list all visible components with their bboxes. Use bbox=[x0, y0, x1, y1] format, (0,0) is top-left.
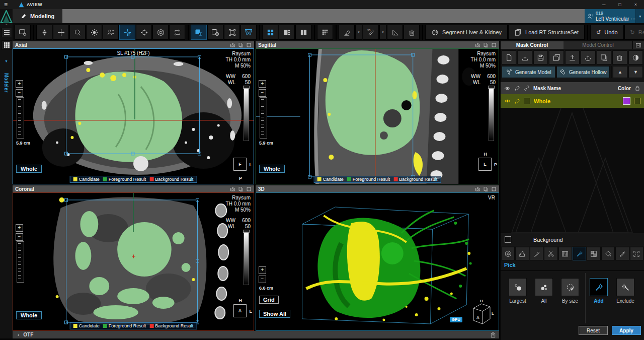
show-all-button[interactable]: Show All bbox=[259, 310, 290, 318]
axial-ct-image[interactable] bbox=[13, 49, 254, 184]
lock-icon[interactable] bbox=[634, 85, 640, 91]
layout-main-left-button[interactable] bbox=[279, 25, 295, 40]
segment-liver-kidney-button[interactable]: Segment Liver & Kidney bbox=[425, 25, 508, 40]
maximize-view-icon[interactable] bbox=[491, 42, 497, 48]
sagittal-ct-image[interactable] bbox=[256, 49, 499, 184]
eraser-options-button[interactable]: ▾ bbox=[355, 25, 362, 40]
pick-all-option[interactable]: All bbox=[533, 278, 555, 304]
coronal-ct-image[interactable] bbox=[13, 193, 254, 330]
windowing-button[interactable] bbox=[86, 25, 102, 40]
hamburger-menu-icon[interactable]: ≡ bbox=[4, 2, 8, 8]
apply-button[interactable]: Apply bbox=[612, 326, 641, 335]
background-row[interactable]: Background bbox=[501, 233, 644, 246]
3d-header[interactable]: 3D bbox=[256, 185, 499, 192]
otf-export-icon[interactable] bbox=[490, 332, 496, 338]
3d-zoom-out-button[interactable]: − bbox=[259, 276, 266, 283]
redo-button[interactable]: ↻ Redo bbox=[624, 25, 644, 40]
generate-hollow-button[interactable]: Generate Hollow bbox=[556, 66, 610, 78]
export-mask-button[interactable] bbox=[565, 50, 580, 64]
render-settings-button[interactable] bbox=[152, 25, 169, 40]
crosshair-pointer-button[interactable] bbox=[119, 25, 135, 40]
angle-measure-button[interactable] bbox=[387, 25, 403, 40]
sagittal-zoom-out-button[interactable]: − bbox=[259, 89, 266, 97]
sagittal-mask-button[interactable]: Whole bbox=[259, 165, 285, 173]
visibility-eye-icon[interactable] bbox=[504, 98, 511, 104]
zoom-button[interactable] bbox=[69, 25, 86, 40]
move-mask-down-button[interactable]: ▼ bbox=[628, 66, 643, 78]
pick-largest-option[interactable]: Largest bbox=[507, 278, 529, 304]
visibility-column-icon[interactable] bbox=[504, 85, 511, 92]
grid-button[interactable]: Grid bbox=[259, 296, 279, 304]
copy-view-icon[interactable] bbox=[483, 42, 489, 48]
show-mpr-in-3d-button[interactable] bbox=[240, 25, 257, 40]
copy-view-icon[interactable] bbox=[238, 186, 244, 192]
edit-pencil-icon[interactable] bbox=[514, 98, 520, 104]
layout-2x2-button[interactable] bbox=[262, 25, 278, 40]
generate-model-button[interactable]: Generate Model bbox=[502, 66, 555, 78]
sagittal-header[interactable]: Sagittal bbox=[256, 41, 499, 48]
scroll-slices-button[interactable] bbox=[36, 25, 52, 40]
close-button[interactable]: × bbox=[634, 2, 637, 7]
pen-3d-button[interactable] bbox=[363, 25, 379, 40]
volume-render-image[interactable] bbox=[256, 193, 499, 330]
histogram-tool[interactable] bbox=[515, 247, 529, 260]
coronal-view[interactable]: Raysum TH 0.0 mm M 50% WW600 WL50 + − Wh… bbox=[13, 192, 254, 331]
mask-lock-checkbox[interactable] bbox=[634, 98, 640, 104]
new-mask-button[interactable] bbox=[502, 50, 516, 64]
modeler-rail-tab[interactable]: ▾ Modeler bbox=[0, 55, 13, 70]
capture-settings-button[interactable] bbox=[15, 25, 31, 40]
copy-view-icon[interactable] bbox=[238, 42, 244, 48]
load-rt-structureset-button[interactable]: Load RT StructureSet bbox=[508, 25, 585, 40]
sagittal-view[interactable]: Raysum TH 0.0 mm M 50% WW600 WL50 + − 5.… bbox=[256, 48, 499, 184]
patient-dropdown-button[interactable]: ▾ bbox=[635, 9, 644, 23]
magic-wand-tool[interactable] bbox=[573, 247, 586, 260]
pick-by-size-option[interactable]: By size bbox=[559, 278, 581, 304]
save-mask-as-button[interactable] bbox=[549, 50, 564, 64]
pick-exclude-option[interactable]: Exclude bbox=[614, 278, 636, 304]
pen-3d-options-button[interactable]: ▾ bbox=[379, 25, 386, 40]
save-mask-button[interactable] bbox=[533, 50, 548, 64]
rail-list-button[interactable] bbox=[2, 28, 12, 37]
coronal-mask-button[interactable]: Whole bbox=[16, 311, 42, 319]
delete-measure-button[interactable] bbox=[404, 25, 420, 40]
3d-zoom-in-button[interactable]: + bbox=[259, 266, 266, 274]
snapshot-icon[interactable] bbox=[230, 186, 235, 192]
localize-button[interactable] bbox=[136, 25, 152, 40]
axial-window-gradient[interactable] bbox=[244, 88, 249, 141]
delete-mask-button[interactable] bbox=[612, 50, 627, 64]
snapshot-icon[interactable] bbox=[475, 42, 480, 48]
morphology-tool[interactable] bbox=[587, 247, 600, 260]
mask-color-swatch[interactable] bbox=[623, 97, 630, 105]
reset-button[interactable]: Reset bbox=[579, 326, 608, 335]
mask-row-whole[interactable]: Whole bbox=[501, 94, 644, 108]
layout-columns-button[interactable] bbox=[295, 25, 311, 40]
axial-mask-button[interactable]: Whole bbox=[16, 165, 42, 173]
undo-button[interactable]: ↺ Undo bbox=[590, 25, 624, 40]
link-column-icon[interactable] bbox=[524, 85, 530, 91]
sagittal-window-gradient[interactable] bbox=[489, 88, 494, 141]
show-frame-button[interactable] bbox=[224, 25, 240, 40]
snapshot-icon[interactable] bbox=[475, 186, 480, 192]
smoothing-button[interactable] bbox=[317, 25, 333, 40]
reset-view-button[interactable] bbox=[169, 25, 185, 40]
coronal-zoom-out-button[interactable]: − bbox=[16, 233, 23, 241]
tab-model-control[interactable]: Model Control bbox=[564, 41, 632, 49]
maximize-view-icon[interactable] bbox=[246, 186, 252, 192]
pick-add-option[interactable]: Add bbox=[588, 278, 610, 304]
maximize-view-icon[interactable] bbox=[491, 186, 497, 192]
smart-pen-tool[interactable] bbox=[615, 247, 629, 260]
show-mask-button[interactable] bbox=[191, 25, 207, 40]
coronal-zoom-in-button[interactable]: + bbox=[16, 224, 23, 232]
orientation-cube[interactable]: H A L bbox=[468, 298, 495, 327]
threshold-3d-tool[interactable] bbox=[501, 247, 515, 260]
panel-expand-button[interactable] bbox=[632, 41, 644, 49]
patient-selector[interactable]: 019 Left Ventricular ··· ▾ bbox=[585, 9, 644, 23]
maximize-button[interactable]: □ bbox=[618, 2, 621, 7]
mask-link-checkbox[interactable] bbox=[524, 98, 530, 104]
snapshot-icon[interactable] bbox=[230, 42, 235, 48]
tab-modeling[interactable]: Modeling bbox=[13, 9, 62, 23]
mask-list-area[interactable] bbox=[501, 108, 644, 233]
maximize-view-icon[interactable] bbox=[246, 42, 252, 48]
show-mask-outline-button[interactable] bbox=[207, 25, 223, 40]
sagittal-zoom-in-button[interactable]: + bbox=[259, 80, 266, 88]
